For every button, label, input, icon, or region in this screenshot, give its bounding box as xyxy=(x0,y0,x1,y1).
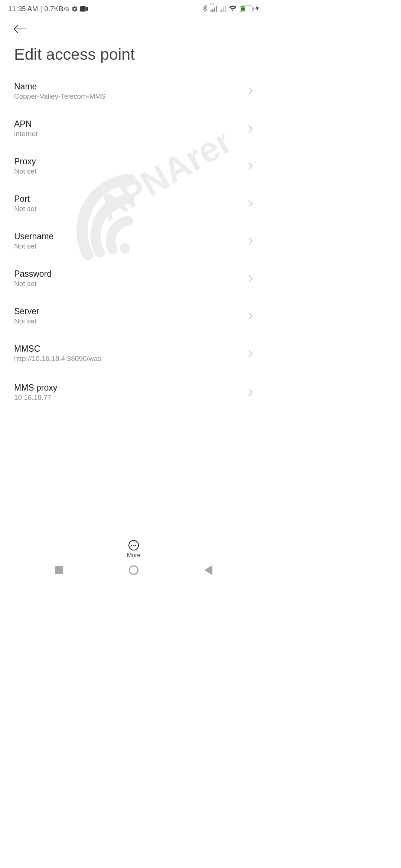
setting-label: Password xyxy=(14,269,52,279)
chevron-right-icon xyxy=(248,87,253,95)
setting-value: Copper-Valley-Telecom-MMS xyxy=(14,92,106,101)
status-right: 4G 38 xyxy=(202,4,259,13)
setting-value: Not set xyxy=(14,280,52,288)
chevron-right-icon xyxy=(248,349,253,358)
nav-back-button[interactable] xyxy=(204,565,212,575)
gear-icon xyxy=(71,6,78,12)
status-time: 11:35 AM xyxy=(8,5,38,13)
setting-value: Not set xyxy=(14,242,53,250)
back-button[interactable] xyxy=(0,18,267,39)
status-separator: | xyxy=(40,5,42,13)
status-left: 11:35 AM | 0.7KB/s xyxy=(8,5,88,13)
status-bar: 11:35 AM | 0.7KB/s 4G 38 xyxy=(0,0,267,18)
setting-label: Port xyxy=(14,194,36,204)
setting-value: 10.16.18.77 xyxy=(14,394,57,402)
status-data-rate: 0.7KB/s xyxy=(44,5,69,13)
chevron-right-icon xyxy=(248,200,253,208)
chevron-right-icon xyxy=(248,162,253,170)
setting-label: MMS proxy xyxy=(14,383,57,393)
settings-list: Name Copper-Valley-Telecom-MMS APN inter… xyxy=(0,72,267,403)
setting-label: Name xyxy=(14,82,106,92)
setting-proxy[interactable]: Proxy Not set xyxy=(14,147,253,185)
charging-icon xyxy=(255,5,259,13)
signal-no-sim-icon xyxy=(220,6,226,12)
battery-icon: 38 xyxy=(240,6,252,12)
chevron-right-icon xyxy=(248,237,253,245)
chevron-right-icon xyxy=(248,388,253,397)
battery-level: 38 xyxy=(241,6,245,11)
camera-icon xyxy=(80,6,88,12)
setting-value: internet xyxy=(14,130,38,138)
setting-label: Username xyxy=(14,231,53,241)
setting-port[interactable]: Port Not set xyxy=(14,185,253,222)
nav-recents-button[interactable] xyxy=(55,566,63,574)
setting-server[interactable]: Server Not set xyxy=(14,297,253,335)
nav-home-button[interactable] xyxy=(129,565,138,575)
setting-value: Not set xyxy=(14,317,39,325)
svg-rect-2 xyxy=(80,6,86,12)
setting-mmsc[interactable]: MMSC http://10.16.18.4:38090/was xyxy=(14,335,253,372)
setting-value: Not set xyxy=(14,205,36,213)
setting-value: Not set xyxy=(14,167,36,175)
setting-label: APN xyxy=(14,119,38,129)
page-title: Edit access point xyxy=(0,39,267,72)
setting-label: MMSC xyxy=(14,344,101,354)
more-button[interactable]: More xyxy=(0,540,267,561)
setting-username[interactable]: Username Not set xyxy=(14,222,253,260)
setting-mms-proxy[interactable]: MMS proxy 10.16.18.77 xyxy=(14,372,253,403)
setting-password[interactable]: Password Not set xyxy=(14,260,253,297)
chevron-right-icon xyxy=(248,125,253,133)
wifi-icon xyxy=(229,5,237,13)
setting-apn[interactable]: APN internet xyxy=(14,110,253,147)
chevron-right-icon xyxy=(248,312,253,320)
more-label: More xyxy=(127,552,140,559)
setting-value: http://10.16.18.4:38090/was xyxy=(14,355,101,363)
more-icon xyxy=(128,540,139,550)
setting-name[interactable]: Name Copper-Valley-Telecom-MMS xyxy=(14,72,253,110)
signal-4g-icon: 4G xyxy=(211,6,217,12)
setting-label: Server xyxy=(14,306,39,316)
navigation-bar xyxy=(0,561,267,579)
bluetooth-icon xyxy=(202,4,208,13)
setting-label: Proxy xyxy=(14,157,36,167)
chevron-right-icon xyxy=(248,274,253,283)
